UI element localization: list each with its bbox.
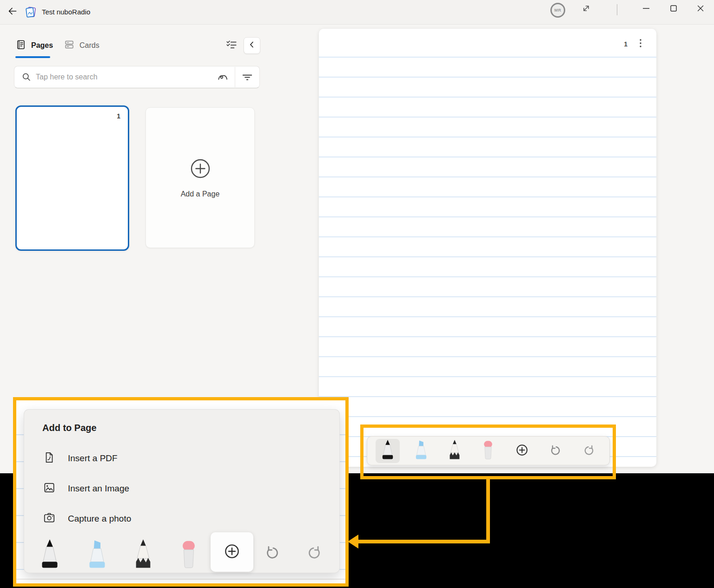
undo-button[interactable] bbox=[264, 544, 281, 562]
annotation-arrow-head bbox=[348, 535, 358, 549]
window-title: Test nuboRadio bbox=[42, 0, 90, 24]
annotation-arrow-line bbox=[356, 540, 490, 543]
menu-item-insert-image[interactable]: Insert an Image bbox=[43, 481, 129, 496]
app-logo-icon bbox=[24, 6, 37, 19]
redo-icon bbox=[306, 554, 323, 562]
pencil-icon bbox=[132, 563, 155, 571]
search-input[interactable] bbox=[36, 66, 189, 88]
pages-icon bbox=[15, 39, 26, 52]
add-page-label: Add a Page bbox=[181, 190, 220, 198]
highlighter-icon bbox=[86, 563, 109, 571]
chevron-left-icon bbox=[247, 39, 257, 52]
back-icon bbox=[7, 6, 18, 19]
ruled-lines bbox=[319, 57, 656, 467]
close-icon bbox=[695, 3, 706, 16]
more-vertical-icon[interactable] bbox=[636, 38, 645, 50]
search-box bbox=[14, 66, 260, 88]
ink-search-icon[interactable] bbox=[217, 71, 229, 83]
menu-item-insert-pdf[interactable]: Insert a PDF bbox=[43, 451, 118, 466]
eraser-icon bbox=[177, 563, 200, 571]
add-page-card[interactable]: Add a Page bbox=[145, 107, 255, 248]
multiselect-icon bbox=[225, 39, 238, 52]
notebook-page[interactable]: 1 bbox=[319, 29, 656, 467]
screenshot-root: Test nuboRadio MR Pages Cards bbox=[0, 0, 714, 588]
collapse-panel-button[interactable] bbox=[244, 37, 260, 54]
eraser-tool[interactable] bbox=[177, 539, 200, 571]
redo-button[interactable] bbox=[306, 544, 323, 562]
menu-item-label: Insert an Image bbox=[68, 483, 129, 494]
camera-icon bbox=[43, 511, 56, 526]
back-button[interactable] bbox=[6, 5, 20, 19]
minimize-button[interactable] bbox=[639, 2, 653, 16]
popup-title: Add to Page bbox=[42, 423, 97, 433]
page-edge-line bbox=[16, 579, 345, 580]
menu-item-capture-photo[interactable]: Capture a photo bbox=[43, 511, 131, 526]
search-divider bbox=[235, 67, 235, 87]
expand-icon bbox=[581, 3, 592, 16]
tab-pages-label: Pages bbox=[31, 41, 53, 50]
tab-pages[interactable]: Pages bbox=[15, 37, 53, 54]
title-bar: Test nuboRadio MR bbox=[0, 0, 714, 25]
close-button[interactable] bbox=[694, 2, 707, 16]
thumbnail-page-number: 1 bbox=[117, 112, 120, 120]
add-tool-selected[interactable] bbox=[211, 532, 253, 572]
tab-cards[interactable]: Cards bbox=[64, 37, 99, 54]
minimize-icon bbox=[641, 3, 652, 16]
page-thumbnail-1[interactable]: 1 bbox=[15, 105, 129, 251]
expand-button[interactable] bbox=[579, 2, 593, 16]
highlighter-tool[interactable] bbox=[86, 539, 109, 571]
menu-item-label: Capture a photo bbox=[68, 514, 131, 524]
cards-icon bbox=[64, 39, 75, 52]
multiselect-button[interactable] bbox=[225, 39, 238, 52]
filter-icon[interactable] bbox=[241, 71, 253, 83]
pen-tool[interactable] bbox=[38, 539, 61, 571]
pen-icon bbox=[38, 563, 61, 571]
menu-item-label: Insert a PDF bbox=[68, 453, 118, 464]
plus-circle-icon bbox=[189, 157, 212, 182]
undo-icon bbox=[264, 554, 281, 562]
pencil-tool[interactable] bbox=[132, 539, 155, 571]
annotation-rect-popup: Add to Page Insert a PDF Insert an Image… bbox=[13, 397, 349, 587]
search-icon bbox=[21, 72, 32, 85]
titlebar-divider bbox=[617, 4, 617, 15]
user-avatar[interactable]: MR bbox=[550, 3, 565, 18]
maximize-button[interactable] bbox=[667, 2, 681, 16]
active-tab-underline bbox=[15, 56, 50, 58]
tab-cards-label: Cards bbox=[79, 41, 99, 50]
image-icon bbox=[43, 481, 56, 496]
add-to-page-popup: Add to Page Insert a PDF Insert an Image… bbox=[24, 409, 340, 573]
plus-circle-icon bbox=[223, 542, 241, 562]
pdf-icon bbox=[43, 451, 56, 466]
page-number: 1 bbox=[624, 40, 628, 48]
maximize-icon bbox=[668, 3, 679, 16]
annotation-rect-toolbar bbox=[360, 425, 616, 479]
annotation-arrow-line bbox=[486, 477, 490, 543]
